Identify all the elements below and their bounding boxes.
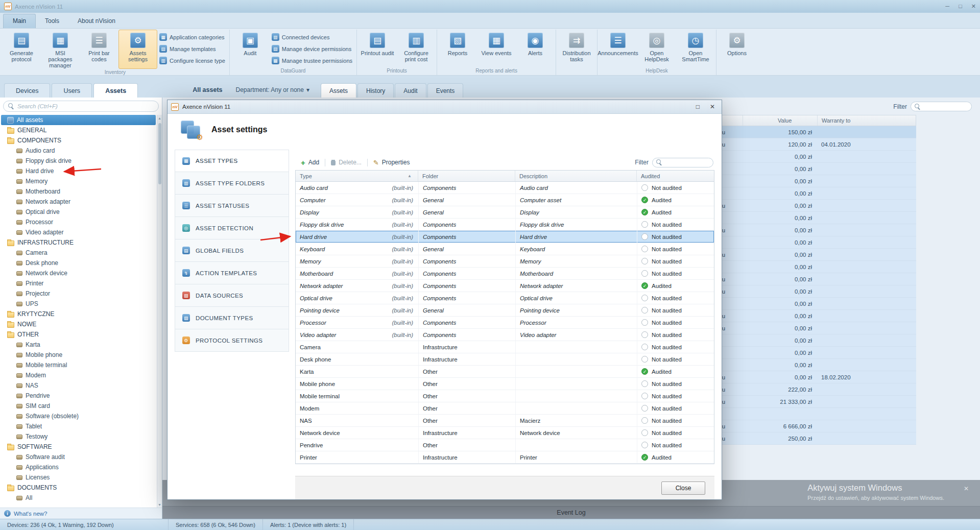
audited-indicator[interactable] (641, 344, 648, 350)
audited-indicator[interactable] (641, 246, 648, 252)
table-row[interactable]: Pendrive Other Not audited (296, 439, 714, 451)
audited-indicator[interactable] (641, 417, 648, 424)
delete-button[interactable]: Delete... (325, 159, 367, 166)
audited-indicator[interactable] (641, 405, 648, 412)
content-filter-input[interactable] (923, 104, 968, 110)
configure-license-type-button[interactable]: Configure license type (159, 57, 225, 64)
audited-indicator[interactable] (641, 307, 648, 314)
menu-tab-about[interactable]: About nVision (68, 14, 125, 28)
table-row[interactable]: życiu 120,00 zł 04.01.2020 (712, 138, 916, 151)
table-row[interactable]: Processor (built-in) Components Processo… (296, 317, 714, 329)
column-value[interactable]: Value (743, 115, 817, 126)
table-row[interactable]: Network adapter (built-in) Components Ne… (296, 280, 714, 292)
scroll-up-icon[interactable]: ▲ (158, 115, 161, 121)
manage-trustee-permissions-button[interactable]: Manage trustee permissions (272, 57, 352, 64)
tree-item[interactable]: Audio card (1, 146, 156, 156)
properties-button[interactable]: Properties (368, 159, 416, 166)
audited-indicator[interactable] (641, 270, 648, 277)
nav-document-types[interactable]: DOCUMENT TYPES (175, 307, 289, 329)
table-row[interactable]: życiu 0,00 zł (712, 273, 916, 285)
table-row[interactable]: życiu 0,00 zł (712, 224, 916, 236)
table-row[interactable]: Camera Infrastructure Not audited (296, 341, 714, 353)
tree-item[interactable]: Network adapter (1, 197, 156, 207)
tab-assets[interactable]: Assets (93, 83, 138, 98)
tree-item[interactable]: Optical drive (1, 207, 156, 217)
tree-item[interactable]: KRYTYCZNE (1, 309, 156, 319)
manage-device-permissions-button[interactable]: Manage device permissions (272, 45, 352, 53)
table-row[interactable]: Optical drive (built-in) Components Opti… (296, 292, 714, 304)
table-row[interactable]: Motherboard (built-in) Components Mother… (296, 268, 714, 280)
configure-print-cost-button[interactable]: Configure print cost (397, 30, 436, 67)
open-smarttime-button[interactable]: Open SmartTime (676, 30, 715, 67)
subtab-assets[interactable]: Assets (321, 83, 356, 98)
subtab-events[interactable]: Events (427, 83, 464, 98)
tree-item[interactable]: All assets (1, 115, 156, 125)
table-row[interactable]: 0,00 zł (712, 212, 916, 224)
audited-indicator[interactable] (641, 331, 648, 338)
dialog-maximize-button[interactable] (696, 103, 700, 110)
panel-close-icon[interactable] (964, 485, 969, 492)
audited-indicator[interactable] (641, 209, 648, 215)
table-row[interactable]: 0,00 zł (712, 236, 916, 249)
tree-item[interactable]: Projector (1, 288, 156, 299)
close-button[interactable] (971, 3, 976, 10)
tree-item[interactable]: Video adapter (1, 227, 156, 237)
audited-indicator[interactable] (641, 356, 648, 363)
column-warranty-to[interactable]: Warranty to (817, 115, 916, 126)
tree-item[interactable]: OTHER (1, 329, 156, 340)
tree-item[interactable]: Floppy disk drive (1, 156, 156, 166)
distribution-tasks-button[interactable]: Distribution tasks (557, 30, 596, 67)
nav-asset-statuses[interactable]: ASSET STATUSES (175, 195, 289, 217)
nav-global-fields[interactable]: GLOBAL FIELDS (175, 239, 289, 262)
table-row[interactable]: Computer (built-in) General Computer ass… (296, 194, 714, 206)
view-events-button[interactable]: View events (477, 30, 516, 67)
department-dropdown[interactable]: Department: Any or none (236, 86, 309, 98)
tree-item[interactable]: COMPONENTS (1, 135, 156, 146)
table-row[interactable]: 0,00 zł (712, 298, 916, 310)
table-row[interactable]: Memory (built-in) Components Memory Not … (296, 255, 714, 268)
tree-item[interactable]: Printer (1, 278, 156, 288)
tree-item[interactable]: NAS (1, 380, 156, 391)
application-categories-button[interactable]: Application categories (159, 33, 225, 41)
nav-asset-detection[interactable]: ASSET DETECTION (175, 217, 289, 239)
nav-protocol-settings[interactable]: PROTOCOL SETTINGS (175, 329, 289, 352)
add-button[interactable]: Add (295, 159, 325, 166)
tree-item[interactable]: DOCUMENTS (1, 483, 156, 493)
table-row[interactable]: Desk phone Infrastructure Not audited (296, 353, 714, 366)
table-row[interactable]: Display (built-in) General Display Audit… (296, 206, 714, 219)
tree-item[interactable]: Testowy (1, 431, 156, 442)
tree-item[interactable]: Mobile phone (1, 350, 156, 360)
table-row[interactable]: Hard drive (built-in) Components Hard dr… (296, 231, 714, 243)
subtab-history[interactable]: History (357, 83, 394, 98)
column-audited[interactable]: Audited (637, 171, 714, 181)
table-row[interactable]: życiu 0,00 zł 18.02.2020 (712, 371, 916, 383)
nav-asset-type-folders[interactable]: ASSET TYPE FOLDERS (175, 172, 289, 195)
table-row[interactable]: y 0,00 zł (712, 359, 916, 371)
table-row[interactable]: Keyboard (built-in) General Keyboard Not… (296, 243, 714, 255)
table-row[interactable]: Mobile terminal Other Not audited (296, 390, 714, 402)
dialog-filter-box[interactable] (652, 158, 713, 167)
tree-item[interactable]: Tablet (1, 421, 156, 431)
audited-indicator[interactable] (641, 282, 648, 289)
dialog-filter-input[interactable] (665, 159, 709, 165)
tree-item[interactable]: SIM card (1, 401, 156, 411)
table-row[interactable]: 0,00 zł (712, 151, 916, 163)
table-row[interactable]: NAS Other Macierz Not audited (296, 415, 714, 427)
event-log-bar[interactable]: Event Log (162, 506, 980, 519)
audit-button[interactable]: Audit (231, 30, 270, 67)
tree-item[interactable]: NOWE (1, 319, 156, 329)
table-row[interactable]: 0,00 zł (712, 334, 916, 347)
maximize-button[interactable] (959, 3, 962, 10)
table-row[interactable]: Pointing device (built-in) General Point… (296, 304, 714, 317)
tab-users[interactable]: Users (52, 83, 92, 98)
scrollbar-thumb[interactable] (158, 123, 161, 184)
table-row[interactable]: życiu 0,00 zł (712, 249, 916, 261)
table-row[interactable]: życiu 0,00 zł (712, 200, 916, 212)
tree-item[interactable]: Applications (1, 462, 156, 472)
audited-indicator[interactable] (641, 442, 648, 448)
table-row[interactable]: życiu 6 666,00 zł (712, 420, 916, 432)
nav-data-sources[interactable]: DATA SOURCES (175, 284, 289, 307)
audited-indicator[interactable] (641, 454, 648, 461)
table-row[interactable]: życiu 0,00 zł (712, 310, 916, 322)
whats-new-link[interactable]: What's new? (0, 508, 162, 519)
